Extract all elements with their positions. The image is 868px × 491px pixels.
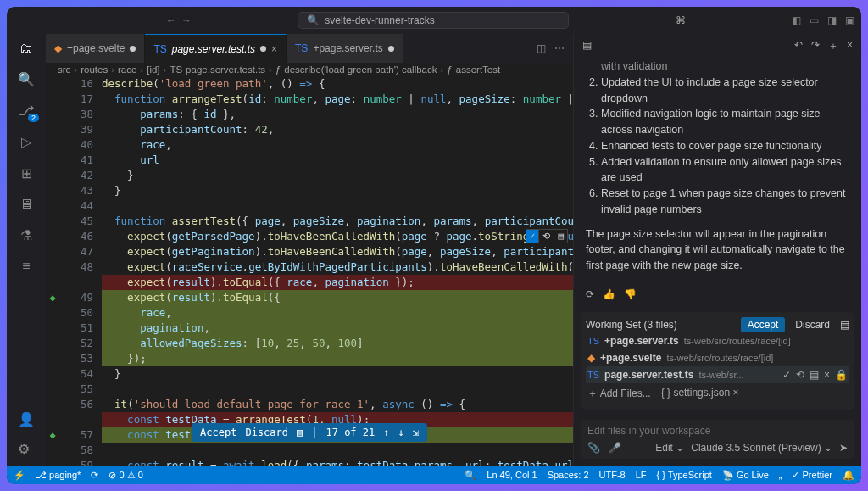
chat-input-box: 📎 🎤 Edit ⌄ Claude 3.5 Sonnet (Preview) ⌄… [581,420,854,459]
thumbs-down-icon[interactable]: 👎 [624,288,637,300]
working-set-title: Working Set (3 files) [586,319,677,331]
close-panel-icon[interactable]: × [847,39,853,53]
ws-undo-icon[interactable]: ⟲ [796,369,804,381]
chat-input[interactable] [587,425,848,437]
explorer-icon[interactable]: 🗂 [19,41,33,56]
send-icon[interactable]: ➤ [839,442,848,454]
settings-json-chip[interactable]: { } settings.json × [661,387,739,401]
activity-bar: 🗂 🔍 ⎇2 ▷ ⊞ 🖥 ⚗ ≡ 👤 ⚙ [7,34,46,466]
add-files-button[interactable]: ＋ Add Files... [587,387,651,401]
nav-fwd-icon[interactable]: → [181,14,192,26]
problems-indicator[interactable]: ⊘ 0 ⚠ 0 [108,470,142,481]
inline-show-icon[interactable]: ▤ [554,230,567,243]
lock-icon: 🔒 [835,369,848,381]
ws-more-icon[interactable]: ▤ [840,319,849,331]
inline-accept-icon[interactable]: ✓ [526,230,539,243]
tab-page-server[interactable]: TS+page.server.ts [287,34,403,63]
ws-discard-button[interactable]: Discard [790,317,835,332]
account-icon[interactable]: 👤 [18,411,35,427]
code-editor[interactable]: ◆◆ 1617383940414243444546474849505152535… [46,76,573,466]
retry-icon[interactable]: ⟳ [586,288,594,300]
run-debug-icon[interactable]: ▷ [21,134,31,150]
next-diff-icon[interactable]: ↓ [398,427,403,438]
database-icon[interactable]: ≡ [22,259,30,274]
open-diff-icon[interactable]: ⇲ [413,427,419,438]
eol-indicator[interactable]: LF [636,470,647,480]
sync-icon[interactable]: ⟳ [91,470,98,481]
copilot-icon[interactable]: ⌘ [676,14,686,26]
nav-back-icon[interactable]: ← [166,14,176,26]
tab-page-svelte[interactable]: ◆+page.svelte [46,34,145,63]
dirty-dot-icon [388,46,394,52]
redo-icon[interactable]: ↷ [811,39,820,53]
command-center[interactable]: 🔍 svelte-dev-runner-tracks [298,12,569,29]
customize-layout-icon[interactable]: ▣ [845,14,854,26]
cursor-position[interactable]: Ln 49, Col 1 [487,470,537,480]
diff-navigation-bar: Accept Discard ▤ | 17 of 21 ↑ ↓ ⇲ [192,423,427,442]
breadcrumb[interactable]: src› routes› race› [id]› TS page.server.… [46,63,573,76]
notifications-icon[interactable]: 🔔 [843,470,854,481]
testing-icon[interactable]: ⚗ [20,227,32,243]
ws-accept-button[interactable]: Accept [741,317,786,332]
dirty-dot-icon [260,46,266,52]
undo-icon[interactable]: ↶ [794,39,803,53]
quote-icon[interactable]: „ [779,470,782,480]
language-indicator[interactable]: { } TypeScript [657,470,712,480]
ws-diff-icon[interactable]: ▤ [810,369,819,381]
search-placeholder: svelte-dev-runner-tracks [325,14,434,26]
more-icon[interactable]: ⋯ [554,42,565,54]
ws-file[interactable]: TSpage.server.test.ts ts-web/sr...✓⟲▤×🔒 [586,366,849,383]
layout-panel-bottom-icon[interactable]: ▭ [810,14,819,26]
go-live-button[interactable]: 📡 Go Live [722,470,769,481]
layout-panel-right-icon[interactable]: ◨ [827,14,837,26]
tab-page-server-test[interactable]: TSpage.server.test.ts× [145,34,287,63]
prev-diff-icon[interactable]: ↑ [383,427,389,438]
working-set: Working Set (3 files) Accept Discard ▤ T… [581,312,854,410]
diff-file-icon[interactable]: ▤ [297,427,303,438]
ws-accept-icon[interactable]: ✓ [782,369,791,381]
remote-icon[interactable]: 🖥 [19,197,33,212]
layout-panel-left-icon[interactable]: ◧ [792,14,801,26]
remote-indicator[interactable]: ⚡ [14,470,25,481]
settings-gear-icon[interactable]: ⚙ [18,441,35,457]
search-activity-icon[interactable]: 🔍 [18,71,35,87]
status-bar: ⚡ ⎇ paging* ⟳ ⊘ 0 ⚠ 0 🔍 Ln 49, Col 1 Spa… [7,466,861,484]
thumbs-up-icon[interactable]: 👍 [603,288,615,300]
mode-selector[interactable]: Edit ⌄ [655,442,684,454]
model-selector[interactable]: Claude 3.5 Sonnet (Preview) ⌄ [691,442,832,454]
search-icon: 🔍 [307,14,320,26]
dirty-dot-icon [130,46,136,52]
close-icon[interactable]: × [271,43,277,55]
mic-icon[interactable]: 🎤 [609,442,621,454]
diff-counter: 17 of 21 [326,427,375,438]
titlebar: ← → 🔍 svelte-dev-runner-tracks ⌘ ◧ ▭ ◨ ▣ [7,7,861,34]
chat-panel: ▤ ↶ ↷ ＋ × with validation Updated the UI… [573,34,861,466]
spaces-indicator[interactable]: Spaces: 2 [548,470,589,480]
encoding-indicator[interactable]: UTF-8 [599,470,626,480]
prettier-indicator[interactable]: ✓ Prettier [792,470,832,481]
accept-button[interactable]: Accept [200,427,236,438]
chat-response: with validation Updated the UI to includ… [574,59,861,282]
ws-close-icon[interactable]: × [824,369,830,381]
new-chat-icon[interactable]: ＋ [828,39,838,53]
discard-button[interactable]: Discard [245,427,288,438]
ws-file[interactable]: TS+page.server.ts ts-web/src/routes/race… [586,332,849,349]
attach-icon[interactable]: 📎 [587,442,600,454]
chat-history-icon[interactable]: ▤ [582,39,592,53]
editor-tabs: ◆+page.svelte TSpage.server.test.ts× TS+… [46,34,573,63]
status-search-icon[interactable]: 🔍 [465,470,476,481]
inline-discard-icon[interactable]: ⟲ [538,230,554,243]
extensions-icon[interactable]: ⊞ [21,165,32,181]
source-control-icon[interactable]: ⎇2 [19,103,34,119]
ws-file[interactable]: ◆+page.svelte ts-web/src/routes/race/[id… [586,349,849,366]
inline-diff-actions: ✓ ⟲ ▤ [526,229,568,243]
branch-indicator[interactable]: ⎇ paging* [36,470,81,481]
split-editor-icon[interactable]: ◫ [537,42,546,54]
